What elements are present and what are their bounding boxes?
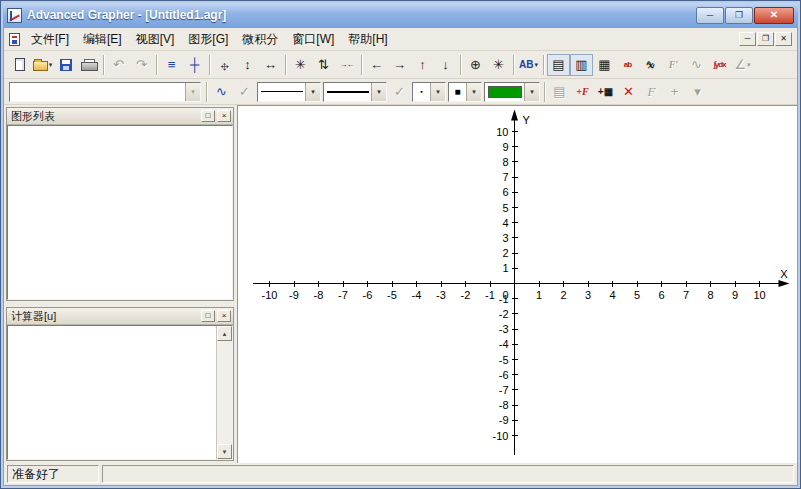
menu-item-6[interactable]: 帮助[H] <box>341 28 394 51</box>
scroll-up-arrow-button[interactable]: ▲ <box>217 326 232 341</box>
delete-graph-button[interactable]: ✕ <box>617 81 640 103</box>
marker-style-dropdown-icon[interactable]: ▾ <box>466 83 481 101</box>
center-origin-button[interactable]: ⊕ <box>464 54 487 76</box>
calculator-content[interactable] <box>8 326 216 459</box>
print-button[interactable] <box>77 54 100 76</box>
scroll-right-button[interactable]: → <box>388 54 411 76</box>
close-button[interactable]: ✕ <box>754 7 794 24</box>
mdi-restore-button[interactable]: ❐ <box>757 32 774 46</box>
svg-text:9: 9 <box>732 289 738 301</box>
tangent-line-button: ∿ <box>685 54 708 76</box>
move-plot-button[interactable]: ↔↕ <box>213 54 236 76</box>
calculator-scrollbar[interactable]: ▲ ▼ <box>216 326 232 459</box>
add-table-graph-button[interactable]: +▦ <box>594 81 617 103</box>
marker-style-combo[interactable]: ■▾ <box>448 82 482 102</box>
integral-button[interactable]: ∫ydx <box>708 54 731 76</box>
svg-text:-8: -8 <box>314 289 324 301</box>
svg-text:-6: -6 <box>499 369 509 381</box>
app-window: Advanced Grapher - [Untitled1.agr] ─ ❐ ✕… <box>0 0 801 489</box>
new-file-button[interactable] <box>8 54 31 76</box>
axes-setup-button[interactable]: ┼ <box>183 54 206 76</box>
minimize-button[interactable]: ─ <box>696 7 724 24</box>
graph-list-content[interactable] <box>7 125 233 300</box>
svg-text:6: 6 <box>502 186 508 198</box>
svg-text:5: 5 <box>502 202 508 214</box>
toolbar-separator <box>209 55 210 75</box>
evaluate-button[interactable]: ab <box>616 54 639 76</box>
compress-horizontal-button[interactable]: →← <box>335 54 358 76</box>
maximize-button[interactable]: ❐ <box>725 7 753 24</box>
intersections-button[interactable]: ∿× <box>639 54 662 76</box>
calculator-restore-button[interactable]: □ <box>201 310 215 322</box>
graph-area[interactable]: XY-10-9-8-7-6-5-4-3-2-112345678910-10-9-… <box>237 105 797 463</box>
graph-canvas[interactable]: XY-10-9-8-7-6-5-4-3-2-112345678910-10-9-… <box>238 106 797 463</box>
stretch-vertical-button[interactable]: ↕ <box>236 54 259 76</box>
compress-horizontal-icon: →← <box>340 61 354 69</box>
curve-kind-button[interactable]: ∿ <box>210 81 233 103</box>
scroll-up-button[interactable]: ↑ <box>411 54 434 76</box>
graph-properties-icon: ▤ <box>553 85 565 98</box>
add-graph-button[interactable]: +F <box>571 81 594 103</box>
mdi-minimize-button[interactable]: ─ <box>739 32 756 46</box>
marker-style-sample-wrap: ■ <box>449 87 466 97</box>
scrollbar-track[interactable] <box>217 341 232 444</box>
line-style-dropdown-icon[interactable]: ▾ <box>305 83 320 101</box>
menu-item-5[interactable]: 窗口[W] <box>285 28 341 51</box>
marker-size-sample-wrap: ▪ <box>413 88 430 95</box>
marker-size-dropdown-icon[interactable]: ▾ <box>430 83 445 101</box>
compress-vertical-button[interactable]: ⇅ <box>312 54 335 76</box>
formula-combobox[interactable]: ▾ <box>9 82 201 102</box>
titlebar: Advanced Grapher - [Untitled1.agr] ─ ❐ ✕ <box>3 3 798 27</box>
format-toolbar-buttons: ∿✓▾▾✓▪▾■▾▾▤+F+▦✕F+▾ <box>203 79 709 104</box>
curve-kind-icon: ∿ <box>216 85 227 98</box>
calculator-body: ▲ ▼ <box>7 325 233 460</box>
menu-item-3[interactable]: 图形[G] <box>181 28 235 51</box>
text-labels-dropdown-icon: ▾ <box>534 61 538 69</box>
graph-list-restore-button[interactable]: □ <box>201 110 215 122</box>
line-width-combo[interactable]: ▾ <box>323 82 387 102</box>
delete-graph-icon: ✕ <box>623 85 634 98</box>
line-width-dropdown-icon[interactable]: ▾ <box>371 83 386 101</box>
scroll-down-arrow-button[interactable]: ▼ <box>217 444 232 459</box>
app-icon <box>7 8 22 23</box>
toggle-graph-list-button[interactable]: ▤ <box>547 54 570 76</box>
color-combo[interactable]: ▾ <box>484 82 540 102</box>
status-message: 准备好了 <box>7 465 99 483</box>
svg-text:8: 8 <box>707 289 713 301</box>
menu-item-0[interactable]: 文件[F] <box>24 28 76 51</box>
open-file-button[interactable]: ▾ <box>31 54 54 76</box>
stretch-horizontal-button[interactable]: ↔ <box>259 54 282 76</box>
menu-item-4[interactable]: 微积分 <box>235 28 285 51</box>
zoom-all-button[interactable]: ✳ <box>289 54 312 76</box>
marker-size-combo[interactable]: ▪▾ <box>412 82 446 102</box>
line-style-combo[interactable]: ▾ <box>257 82 321 102</box>
svg-text:Y: Y <box>523 114 531 126</box>
move-plot-icon-overlay: ↕ <box>221 58 228 71</box>
formula-dropdown-icon[interactable]: ▾ <box>185 83 200 101</box>
mdi-close-button[interactable]: ✕ <box>775 32 792 46</box>
save-file-button[interactable] <box>54 54 77 76</box>
calculator-close-button[interactable]: × <box>217 310 231 322</box>
line-width-sample <box>327 91 369 93</box>
svg-text:-1: -1 <box>485 289 495 301</box>
scroll-left-button[interactable]: ← <box>365 54 388 76</box>
evaluate-icon: ab <box>624 61 631 69</box>
svg-text:3: 3 <box>585 289 591 301</box>
restore-view-button[interactable]: ✳ <box>487 54 510 76</box>
scroll-down-button[interactable]: ↓ <box>434 54 457 76</box>
graph-list-panel: 图形列表 □ × <box>6 107 234 301</box>
table-of-values-button[interactable]: ▦ <box>593 54 616 76</box>
graph-list-button[interactable]: ≡ <box>160 54 183 76</box>
menu-item-1[interactable]: 编辑[E] <box>76 28 129 51</box>
text-labels-button[interactable]: AB▾ <box>517 54 540 76</box>
add-graph-icon: +F <box>576 87 588 97</box>
svg-text:2: 2 <box>502 247 508 259</box>
menu-item-2[interactable]: 视图[V] <box>129 28 182 51</box>
main-toolbar: ▾↶↷≡┼↔↕↕↔✳⇅→←←→↑↓⊕✳AB▾▤▥▦ab∿×F′∿∫ydx∠▾ <box>4 51 797 79</box>
color-dropdown-icon[interactable]: ▾ <box>524 83 539 101</box>
open-file-dropdown-icon: ▾ <box>49 61 53 69</box>
toggle-calculator-button[interactable]: ▥ <box>570 54 593 76</box>
graph-list-close-button[interactable]: × <box>217 110 231 122</box>
svg-text:-2: -2 <box>461 289 471 301</box>
toolbar-separator <box>206 82 207 102</box>
